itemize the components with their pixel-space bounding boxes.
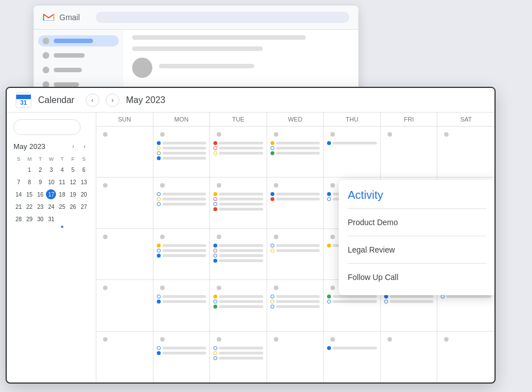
mini-day-label-m: M: [24, 155, 34, 163]
popup-item-1[interactable]: Product Demo: [348, 213, 487, 231]
mini-prev-button[interactable]: ‹: [69, 142, 78, 151]
ed: [327, 300, 331, 304]
mini-dot-row: [13, 226, 89, 228]
gmail-sidebar-inbox[interactable]: [38, 35, 119, 46]
cal-cell-r3c1[interactable]: [96, 229, 153, 279]
mini-cal-month: May 2023: [13, 142, 45, 151]
popup-item-3[interactable]: Follow Up Call: [348, 268, 487, 286]
gmail-sidebar-starred[interactable]: [38, 50, 119, 61]
cell-date: [327, 129, 338, 140]
event-row: [270, 244, 320, 248]
cal-cell-r5c7[interactable]: [437, 332, 494, 382]
mini-day-24[interactable]: 24: [46, 202, 56, 212]
mini-day-9[interactable]: 9: [35, 177, 45, 187]
mini-day-11[interactable]: 11: [57, 177, 67, 187]
cell-date: [213, 282, 225, 293]
event-row: [270, 146, 320, 150]
cal-cell-r4c4[interactable]: [267, 280, 324, 330]
cal-cell-r4c3[interactable]: [210, 280, 267, 330]
cal-cell-r1c2[interactable]: [153, 127, 211, 177]
mini-day-21[interactable]: 21: [13, 202, 24, 212]
event-dot-green: [157, 151, 161, 155]
mini-day-31[interactable]: 31: [46, 214, 56, 224]
cal-cell-r1c7[interactable]: [437, 127, 494, 177]
mini-day-13[interactable]: 13: [79, 177, 89, 187]
mini-day-15[interactable]: 15: [25, 189, 35, 199]
cal-cell-r3c3[interactable]: [210, 229, 267, 279]
cal-cell-r4c1[interactable]: [96, 280, 153, 330]
cal-cell-r4c2[interactable]: [153, 280, 211, 330]
mini-day-7[interactable]: 7: [13, 177, 24, 187]
gmail-search-bar[interactable]: [96, 12, 349, 23]
cal-cell-r5c3[interactable]: [210, 332, 267, 382]
ed: [157, 249, 161, 253]
event-row: [157, 254, 207, 258]
mini-cal-search[interactable]: [13, 119, 81, 135]
mini-day-29[interactable]: 29: [25, 214, 35, 224]
mini-day-4[interactable]: 4: [57, 165, 67, 175]
cal-cell-r5c6[interactable]: [381, 332, 438, 382]
cal-cell-r2c4[interactable]: [267, 178, 324, 228]
cal-cell-r1c1[interactable]: [96, 127, 153, 177]
cal-cell-r1c3[interactable]: [210, 127, 267, 177]
ev-text: [333, 142, 377, 144]
mini-day-18[interactable]: 18: [57, 189, 67, 199]
cal-cell-r5c4[interactable]: [267, 332, 324, 382]
cal-cell-r3c2[interactable]: [153, 229, 211, 279]
mini-day-16[interactable]: 16: [35, 189, 45, 199]
cal-cell-r2c1[interactable]: [96, 178, 153, 228]
mini-day-3[interactable]: 3: [46, 165, 56, 175]
ed: [270, 244, 274, 248]
cal-cell-r3c4[interactable]: [267, 229, 324, 279]
ed: [270, 305, 274, 309]
cal-cell-r1c4[interactable]: [267, 127, 324, 177]
mini-day-6[interactable]: 6: [79, 165, 89, 175]
cal-cell-r5c1[interactable]: [96, 332, 153, 382]
mini-day-26[interactable]: 26: [68, 202, 78, 212]
mini-day-8[interactable]: 8: [25, 177, 35, 187]
gmail-sidebar-sent[interactable]: [38, 64, 119, 76]
cal-cell-r5c2[interactable]: [153, 332, 211, 382]
ev-text: [219, 259, 263, 262]
event-row: [270, 305, 320, 309]
mini-day-label-f: F: [68, 155, 78, 163]
ev-text: [333, 347, 377, 349]
cell-date: [327, 180, 338, 191]
mini-day-28[interactable]: 28: [13, 214, 24, 224]
event-row: [213, 244, 263, 248]
mini-day-label-t2: T: [57, 155, 67, 163]
event-row: [213, 259, 263, 263]
mini-day-30[interactable]: 30: [35, 214, 45, 224]
mini-day-20[interactable]: 20: [79, 189, 89, 199]
mini-day-17-today[interactable]: 17: [46, 189, 56, 199]
mini-day-1[interactable]: 1: [25, 165, 35, 175]
cell-date: [100, 231, 111, 242]
cal-cell-r2c3[interactable]: [210, 178, 267, 228]
mini-day-19[interactable]: 19: [68, 189, 78, 199]
cal-cell-r5c5[interactable]: [324, 332, 381, 382]
mini-week-4: 21 22 23 24 25 26 27: [13, 201, 89, 212]
popup-item-2[interactable]: Legal Review: [348, 241, 487, 259]
calendar-next-button[interactable]: ›: [106, 94, 119, 107]
cal-cell-r2c2[interactable]: [153, 178, 211, 228]
event-row: [213, 346, 263, 350]
mini-next-button[interactable]: ›: [80, 142, 89, 151]
ed: [157, 300, 161, 304]
cal-cell-r1c5[interactable]: [324, 127, 381, 177]
mini-day-27[interactable]: 27: [79, 202, 89, 212]
mini-day-14[interactable]: 14: [13, 189, 24, 199]
gmail-dot: [43, 67, 49, 73]
header-fri: FRI: [381, 113, 438, 126]
mini-day-2[interactable]: 2: [35, 165, 45, 175]
ev-text: [276, 244, 320, 247]
event-row: [213, 249, 263, 253]
gmail-content-line-3: [159, 64, 254, 68]
mini-day-12[interactable]: 12: [68, 177, 78, 187]
mini-day-25[interactable]: 25: [57, 202, 67, 212]
mini-day-10[interactable]: 10: [46, 177, 56, 187]
mini-day-22[interactable]: 22: [25, 202, 35, 212]
cal-cell-r1c6[interactable]: [381, 127, 438, 177]
mini-day-5[interactable]: 5: [68, 165, 78, 175]
calendar-prev-button[interactable]: ‹: [86, 94, 99, 107]
mini-day-23[interactable]: 23: [35, 202, 45, 212]
